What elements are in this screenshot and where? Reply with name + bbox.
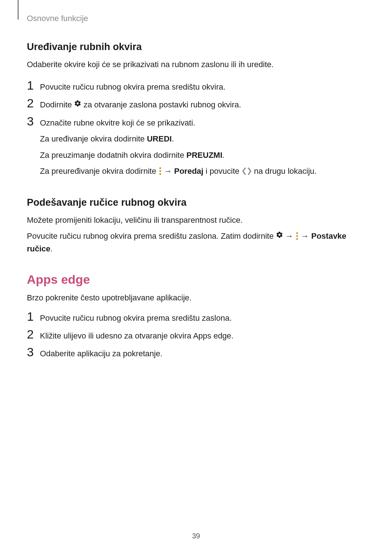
step-number: 1 — [27, 79, 40, 92]
header-accent-bar — [17, 0, 19, 20]
text-bold-poredaj: Poredaj — [174, 167, 204, 176]
step-number: 3 — [27, 115, 40, 128]
reorder-handle-icon — [242, 168, 252, 175]
section-paragraph: Možete promijeniti lokaciju, veličinu il… — [27, 214, 365, 226]
step-text-pre: Dodirnite — [40, 100, 74, 109]
step-line: Za preuzimanje dodatnih okvira dodirnite… — [40, 149, 365, 161]
step-text: Dodirnite za otvaranje zaslona postavki … — [40, 97, 365, 111]
step-number: 3 — [27, 346, 40, 359]
section-intro: Brzo pokrenite često upotrebljavane apli… — [27, 292, 365, 304]
page-number: 39 — [0, 532, 392, 540]
step-line: Označite rubne okvitre koji će se prikaz… — [40, 117, 365, 129]
step-item: 3 Odaberite aplikaciju za pokretanje. — [27, 346, 365, 360]
step-number: 1 — [27, 310, 40, 323]
section-heading-handle-settings: Podešavanje ručice rubnog okvira — [27, 197, 365, 208]
text-fragment: Za preuređivanje okvira dodirnite — [40, 167, 159, 176]
text-fragment: . — [50, 244, 53, 253]
section-paragraph: Povucite ručicu rubnog okvira prema sred… — [27, 230, 365, 255]
arrow-text: → — [299, 231, 311, 241]
text-fragment: Povucite ručicu rubnog okvira prema sred… — [27, 231, 276, 241]
text-bold-uredi: UREDI — [147, 134, 172, 143]
gear-icon — [276, 230, 283, 242]
gear-icon — [74, 98, 81, 111]
step-line: Za preuređivanje okvira dodirnite → Pore… — [40, 165, 365, 177]
breadcrumb: Osnovne funkcije — [27, 14, 365, 23]
step-line: Za uređivanje okvira dodirnite UREDI. — [40, 133, 365, 145]
text-fragment: na drugu lokaciju. — [252, 167, 317, 176]
step-text-post: za otvaranje zaslona postavki rubnog okv… — [81, 100, 241, 109]
step-text: Povucite ručicu rubnog okvira prema sred… — [40, 310, 365, 324]
section-heading-editing-edge-panels: Uređivanje rubnih okvira — [27, 41, 365, 53]
arrow-text: → — [162, 167, 174, 176]
text-bold-preuzmi: PREUZMI — [187, 151, 222, 160]
section-intro: Odaberite okvire koji će se prikazivati … — [27, 58, 365, 70]
more-options-icon — [159, 167, 161, 175]
arrow-text: → — [283, 231, 295, 241]
step-item: 2 Kližite ulijevo ili udesno za otvaranj… — [27, 328, 365, 342]
text-fragment: . — [172, 134, 174, 143]
more-options-icon — [296, 232, 298, 240]
step-text: Odaberite aplikaciju za pokretanje. — [40, 346, 365, 360]
text-fragment: i povucite — [203, 167, 241, 176]
step-number: 2 — [27, 328, 40, 341]
step-text: Kližite ulijevo ili udesno za otvaranje … — [40, 328, 365, 342]
step-item: 2 Dodirnite za otvaranje zaslona postavk… — [27, 97, 365, 111]
step-number: 2 — [27, 97, 40, 110]
text-fragment: . — [222, 151, 225, 160]
step-text: Označite rubne okvitre koji će se prikaz… — [40, 115, 365, 181]
step-text: Povucite ručicu rubnog okvira prema sred… — [40, 79, 365, 93]
step-item: 1 Povucite ručicu rubnog okvira prema sr… — [27, 310, 365, 324]
section-heading-apps-edge: Apps edge — [27, 272, 365, 287]
step-item: 1 Povucite ručicu rubnog okvira prema sr… — [27, 79, 365, 93]
step-item: 3 Označite rubne okvitre koji će se prik… — [27, 115, 365, 181]
text-fragment: Za preuzimanje dodatnih okvira dodirnite — [40, 151, 187, 160]
page-content: Osnovne funkcije Uređivanje rubnih okvir… — [0, 0, 392, 360]
text-fragment: Za uređivanje okvira dodirnite — [40, 134, 147, 143]
